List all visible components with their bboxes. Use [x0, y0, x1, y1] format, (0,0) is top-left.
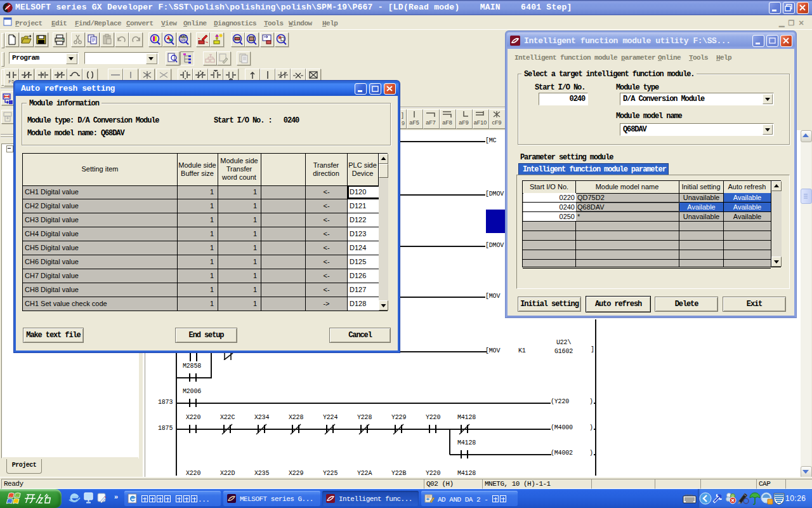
- svg-text:123: 123: [180, 38, 186, 42]
